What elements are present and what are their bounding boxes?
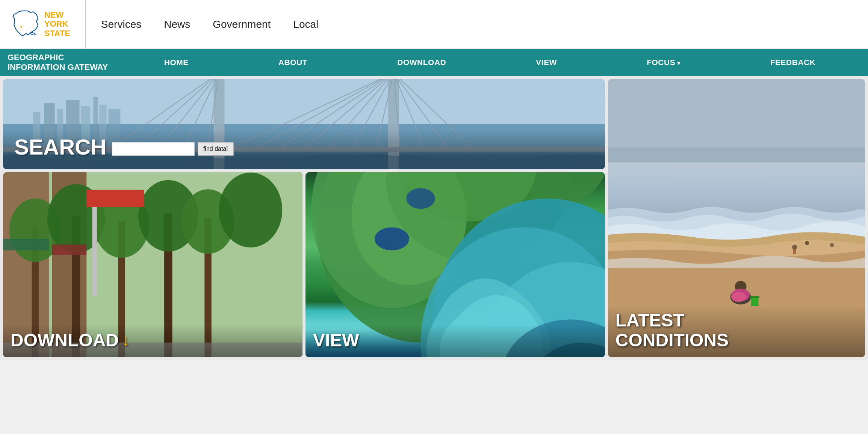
main-content: SEARCH find data!: [0, 76, 868, 360]
logo-state: STATE: [44, 29, 70, 38]
search-input[interactable]: [112, 142, 195, 156]
svg-rect-49: [86, 190, 144, 207]
left-column: SEARCH find data!: [3, 79, 605, 357]
top-nav-links: Services News Government Local: [101, 18, 318, 30]
nav-services[interactable]: Services: [101, 18, 141, 30]
svg-rect-50: [3, 239, 49, 250]
top-nav: NEW YORK STATE Services News Government …: [0, 0, 868, 49]
svg-point-61: [375, 227, 409, 250]
svg-rect-73: [750, 296, 759, 298]
find-data-button[interactable]: find data!: [198, 142, 234, 156]
svg-point-0: [20, 26, 22, 27]
svg-point-71: [731, 292, 746, 302]
svg-rect-48: [92, 193, 97, 296]
svg-rect-75: [793, 249, 796, 254]
svg-point-74: [792, 245, 797, 250]
ny-state-logo: [11, 8, 41, 40]
logo-text: NEW YORK STATE: [44, 11, 70, 38]
download-panel[interactable]: DOWNLOAD↓: [3, 172, 302, 357]
site-title: GEOGRAPHICINFORMATION GATEWAY: [8, 53, 119, 73]
svg-rect-72: [751, 297, 759, 306]
secondary-nav-view[interactable]: VIEW: [528, 58, 564, 67]
svg-point-45: [219, 173, 283, 247]
secondary-nav-focus[interactable]: FOCUS: [639, 58, 688, 67]
logo-york: YORK: [44, 20, 70, 29]
download-arrow-icon: ↓: [122, 331, 130, 349]
secondary-nav-download[interactable]: DOWNLOAD: [390, 58, 454, 67]
nav-news[interactable]: News: [164, 18, 190, 30]
nav-local[interactable]: Local: [293, 18, 318, 30]
secondary-nav-home[interactable]: HOME: [157, 58, 196, 67]
svg-point-77: [830, 243, 834, 247]
logo-area: NEW YORK STATE: [11, 0, 86, 49]
latest-conditions-label: LATEST CONDITIONS: [608, 305, 865, 357]
search-content: SEARCH find data!: [3, 129, 605, 169]
right-column[interactable]: LATEST CONDITIONS: [608, 79, 865, 357]
svg-point-62: [406, 188, 435, 209]
secondary-nav-links: HOME ABOUT DOWNLOAD VIEW FOCUS FEEDBACK: [119, 58, 860, 67]
view-panel[interactable]: VIEW: [305, 172, 605, 357]
search-panel: SEARCH find data!: [3, 79, 605, 169]
nav-government[interactable]: Government: [213, 18, 271, 30]
beach-wave-overlay: [608, 162, 865, 218]
svg-point-76: [805, 241, 809, 245]
download-label: DOWNLOAD↓: [3, 324, 302, 357]
secondary-nav-about[interactable]: ABOUT: [271, 58, 315, 67]
svg-rect-51: [52, 244, 86, 255]
search-input-wrapper: find data!: [112, 142, 234, 156]
secondary-nav-feedback[interactable]: FEEDBACK: [763, 58, 823, 67]
search-label: SEARCH: [14, 136, 106, 158]
logo-new: NEW: [44, 11, 70, 20]
view-label: VIEW: [305, 324, 605, 357]
secondary-nav: GEOGRAPHICINFORMATION GATEWAY HOME ABOUT…: [0, 49, 868, 76]
bottom-row: DOWNLOAD↓: [3, 172, 605, 357]
